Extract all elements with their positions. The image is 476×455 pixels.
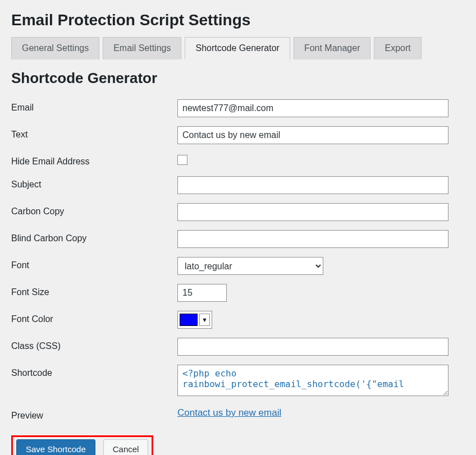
- color-swatch: [180, 314, 198, 326]
- tab-font-manager[interactable]: Font Manager: [294, 37, 371, 59]
- tab-export[interactable]: Export: [374, 37, 421, 59]
- font-select[interactable]: lato_regular: [177, 257, 323, 275]
- cc-input[interactable]: [177, 203, 448, 221]
- cc-label: Carbon Copy: [11, 203, 177, 217]
- font-label: Font: [11, 257, 177, 270]
- preview-link[interactable]: Contact us by new email: [177, 407, 281, 418]
- class-label: Class (CSS): [11, 338, 177, 351]
- subject-label: Subject: [11, 176, 177, 190]
- font-color-picker[interactable]: ▼: [177, 311, 212, 329]
- subject-input[interactable]: [177, 176, 448, 194]
- save-button[interactable]: Save Shortcode: [16, 439, 95, 455]
- button-group: Save Shortcode Cancel: [11, 435, 153, 455]
- chevron-down-icon: ▼: [199, 314, 210, 326]
- form-table: Email Text Hide Email Address Subject Ca…: [11, 99, 465, 421]
- shortcode-label: Shortcode: [11, 365, 177, 378]
- preview-label: Preview: [11, 407, 177, 421]
- hide-email-label: Hide Email Address: [11, 153, 177, 167]
- font-color-label: Font Color: [11, 311, 177, 324]
- font-size-label: Font Size: [11, 284, 177, 297]
- tab-email-settings[interactable]: Email Settings: [103, 37, 181, 59]
- page-title: Email Protection Script Settings: [11, 11, 465, 29]
- text-label: Text: [11, 126, 177, 140]
- email-label: Email: [11, 99, 177, 113]
- tab-general-settings[interactable]: General Settings: [11, 37, 99, 59]
- text-input[interactable]: [177, 126, 448, 144]
- shortcode-textarea[interactable]: <?php echo rainbowi_protect_email_shortc…: [177, 365, 448, 396]
- tab-shortcode-generator[interactable]: Shortcode Generator: [185, 37, 290, 59]
- class-input[interactable]: [177, 338, 448, 356]
- email-input[interactable]: [177, 99, 448, 117]
- bcc-label: Blind Carbon Copy: [11, 230, 177, 243]
- tabs-nav: General Settings Email Settings Shortcod…: [11, 37, 465, 59]
- cancel-button[interactable]: Cancel: [103, 439, 149, 455]
- hide-email-checkbox[interactable]: [177, 155, 187, 165]
- bcc-input[interactable]: [177, 230, 448, 248]
- section-title: Shortcode Generator: [11, 70, 465, 87]
- font-size-input[interactable]: [177, 284, 227, 302]
